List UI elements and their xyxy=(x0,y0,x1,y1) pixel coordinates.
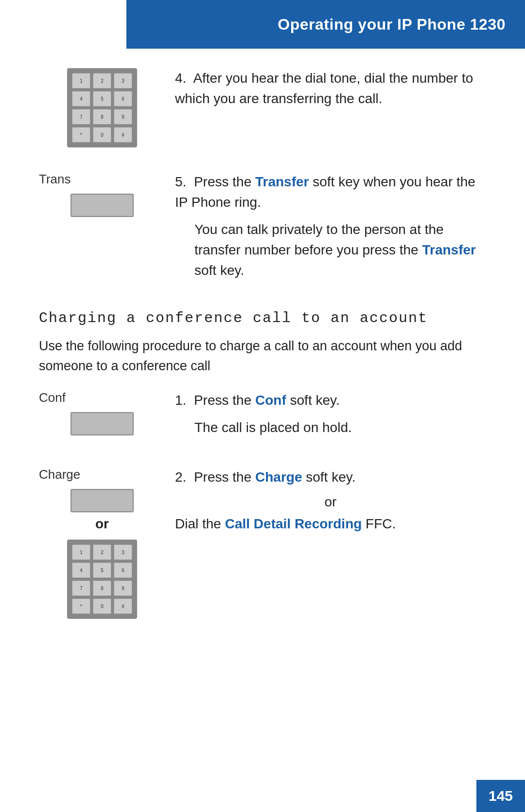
keypad-image: 1 2 3 4 5 6 7 8 9 * 0 # xyxy=(67,68,137,147)
key2-4: 4 xyxy=(72,562,90,578)
charge-soft-key xyxy=(70,489,134,512)
key2-8: 8 xyxy=(93,580,111,596)
or-label: or xyxy=(95,516,109,532)
step5-subtext: You can talk privately to the person at … xyxy=(194,219,486,281)
conf-soft-key xyxy=(70,412,134,435)
key-hash: # xyxy=(114,127,132,143)
conf-label: Conf xyxy=(39,390,66,405)
conf-step-text-col: 1. Press the Conf soft key. The call is … xyxy=(165,390,486,443)
header-title: Operating your IP Phone 1230 xyxy=(278,16,506,34)
footer: 145 xyxy=(476,780,525,812)
charge-step-text-col: 2. Press the Charge soft key. or Dial th… xyxy=(165,467,486,619)
section-step5: Trans 5. Press the Transfer soft key whe… xyxy=(39,172,486,286)
trans-soft-key xyxy=(70,194,134,217)
conf-col: Conf xyxy=(39,390,165,443)
dial-text: Dial the Call Detail Recording FFC. xyxy=(175,514,486,534)
sub-text-1: You can talk privately to the person at … xyxy=(194,222,444,257)
trans-label: Trans xyxy=(39,172,71,187)
charge-label: Charge xyxy=(39,467,80,482)
key-2: 2 xyxy=(93,73,111,89)
charge-step-number: 2. xyxy=(175,469,186,485)
step5-text-col: 5. Press the Transfer soft key when you … xyxy=(165,172,486,286)
transfer-link-2: Transfer xyxy=(422,242,476,257)
conf-step-before: Press the xyxy=(194,393,255,408)
key2-5: 5 xyxy=(93,562,111,578)
step4-number: 4. xyxy=(175,71,186,86)
charge-step-text: 2. Press the Charge soft key. xyxy=(175,467,486,487)
page-content: 1 2 3 4 5 6 7 8 9 * 0 # 4. After you hea… xyxy=(0,49,525,682)
conf-step-number: 1. xyxy=(175,393,186,408)
section-step4: 1 2 3 4 5 6 7 8 9 * 0 # 4. After you hea… xyxy=(39,68,486,147)
or-text: or xyxy=(175,494,486,510)
conf-subtext: The call is placed on hold. xyxy=(194,417,486,438)
key-star: * xyxy=(72,127,90,143)
section-charge: Charge or 1 2 3 4 5 6 7 8 9 * 0 # xyxy=(39,467,486,619)
key-8: 8 xyxy=(93,109,111,125)
step4-text-col: 4. After you hear the dial tone, dial th… xyxy=(165,68,486,147)
header-bar: Operating your IP Phone 1230 xyxy=(126,0,525,49)
dial-before: Dial the xyxy=(175,516,225,531)
key-9: 9 xyxy=(114,109,132,125)
key-6: 6 xyxy=(114,91,132,107)
keypad-image-2: 1 2 3 4 5 6 7 8 9 * 0 # xyxy=(67,540,137,619)
key2-6: 6 xyxy=(114,562,132,578)
header-prefix: Operating your IP Phone xyxy=(278,16,470,33)
key-0: 0 xyxy=(93,127,111,143)
dial-after: FFC. xyxy=(362,516,396,531)
header-title-text: Operating your IP Phone 1230 xyxy=(278,16,506,33)
conf-step-after: soft key. xyxy=(286,393,340,408)
key-4: 4 xyxy=(72,91,90,107)
cdr-link: Call Detail Recording xyxy=(225,516,362,531)
transfer-link-1: Transfer xyxy=(255,174,309,189)
charging-heading: Charging a conference call to an account xyxy=(39,310,486,326)
key2-3: 3 xyxy=(114,544,132,560)
charge-step-after: soft key. xyxy=(302,469,355,485)
key2-0: 0 xyxy=(93,598,111,614)
step5-text: 5. Press the Transfer soft key when you … xyxy=(175,172,486,213)
step4-content: After you hear the dial tone, dial the n… xyxy=(175,71,473,106)
key2-2: 2 xyxy=(93,544,111,560)
charging-description: Use the following procedure to charge a … xyxy=(39,336,486,376)
page-number: 145 xyxy=(489,788,513,804)
step5-number: 5. xyxy=(175,174,186,189)
key2-hash: # xyxy=(114,598,132,614)
keypad-col: 1 2 3 4 5 6 7 8 9 * 0 # xyxy=(39,68,165,147)
sub-text-2: soft key. xyxy=(194,263,244,278)
conf-sub-text: The call is placed on hold. xyxy=(194,420,352,435)
key-1: 1 xyxy=(72,73,90,89)
section-conf: Conf 1. Press the Conf soft key. The cal… xyxy=(39,390,486,443)
key2-7: 7 xyxy=(72,580,90,596)
conf-link: Conf xyxy=(255,393,286,408)
key-3: 3 xyxy=(114,73,132,89)
key-7: 7 xyxy=(72,109,90,125)
key-5: 5 xyxy=(93,91,111,107)
key2-1: 1 xyxy=(72,544,90,560)
charge-col: Charge or 1 2 3 4 5 6 7 8 9 * 0 # xyxy=(39,467,165,619)
trans-col: Trans xyxy=(39,172,165,286)
charge-link: Charge xyxy=(255,469,302,485)
step5-before: Press the xyxy=(194,174,255,189)
charge-step-before: Press the xyxy=(194,469,255,485)
key2-9: 9 xyxy=(114,580,132,596)
step4-text: 4. After you hear the dial tone, dial th… xyxy=(175,68,486,109)
header-number: 1230 xyxy=(470,16,506,33)
key2-star: * xyxy=(72,598,90,614)
conf-step-text: 1. Press the Conf soft key. xyxy=(175,390,486,411)
